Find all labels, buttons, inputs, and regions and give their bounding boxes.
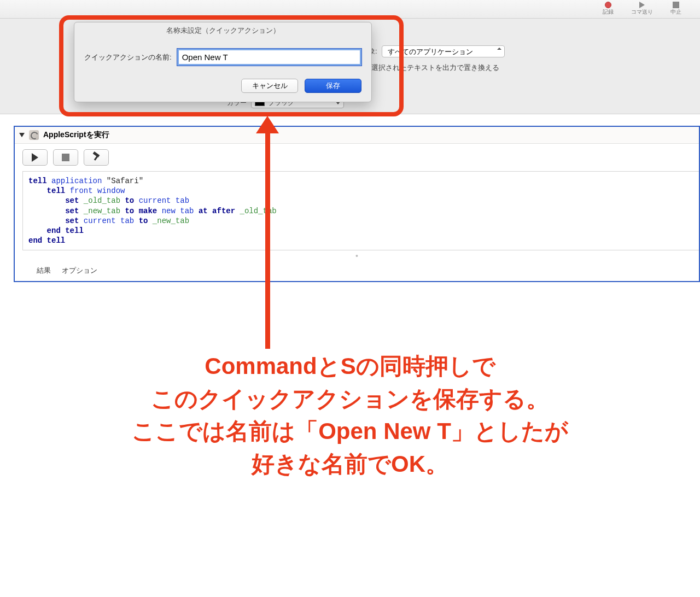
record-label: 記録 — [603, 8, 614, 16]
dialog-title: 名称未設定（クイックアクション） — [74, 22, 371, 39]
step-label: コマ送り — [631, 8, 653, 16]
step-button[interactable]: コマ送り — [629, 1, 655, 16]
stop-button[interactable]: 中止 — [663, 1, 689, 16]
footer-result-tab[interactable]: 結果 — [37, 266, 51, 276]
action-header[interactable]: AppleScriptを実行 — [15, 127, 699, 144]
name-field[interactable] — [177, 49, 361, 66]
compile-script-button[interactable] — [84, 149, 109, 166]
name-field-label: クイックアクションの名前: — [84, 52, 172, 62]
stop-icon — [62, 154, 69, 161]
script-editor[interactable]: tell application "Safari" tell front win… — [22, 171, 699, 250]
step-icon — [639, 2, 645, 8]
target-select[interactable]: すべてのアプリケーション — [382, 45, 505, 57]
disclosure-triangle-icon[interactable] — [19, 133, 25, 137]
script-toolbar — [15, 144, 699, 171]
resize-handle-icon[interactable]: • — [15, 250, 699, 261]
action-title: AppleScriptを実行 — [43, 130, 109, 140]
run-script-button[interactable] — [22, 149, 48, 166]
applescript-action: AppleScriptを実行 tell application "Safari"… — [14, 126, 700, 282]
workflow-options: 対象: すべてのアプリケーション 選択されたテキストを出力で置き換える — [361, 45, 505, 78]
save-button[interactable]: 保存 — [305, 79, 361, 93]
replace-text-label: 選択されたテキストを出力で置き換える — [371, 63, 499, 73]
play-icon — [32, 153, 38, 162]
stop-toolbar-icon — [673, 2, 679, 8]
stop-label: 中止 — [670, 8, 681, 16]
cancel-button[interactable]: キャンセル — [241, 79, 298, 93]
record-icon — [605, 2, 611, 8]
hammer-icon — [92, 153, 101, 162]
footer-options-tab[interactable]: オプション — [62, 266, 97, 276]
stop-script-button[interactable] — [53, 149, 78, 166]
action-footer: 結果 オプション — [15, 261, 699, 281]
save-dialog: 名称未設定（クイックアクション） クイックアクションの名前: キャンセル 保存 — [74, 22, 372, 102]
top-toolbar: 記録 コマ送り 中止 — [0, 0, 700, 19]
applescript-icon — [29, 130, 39, 140]
annotation-text: CommandとSの同時押しで このクイックアクションを保存する。 ここでは名前… — [0, 350, 700, 481]
record-button[interactable]: 記録 — [595, 1, 621, 16]
